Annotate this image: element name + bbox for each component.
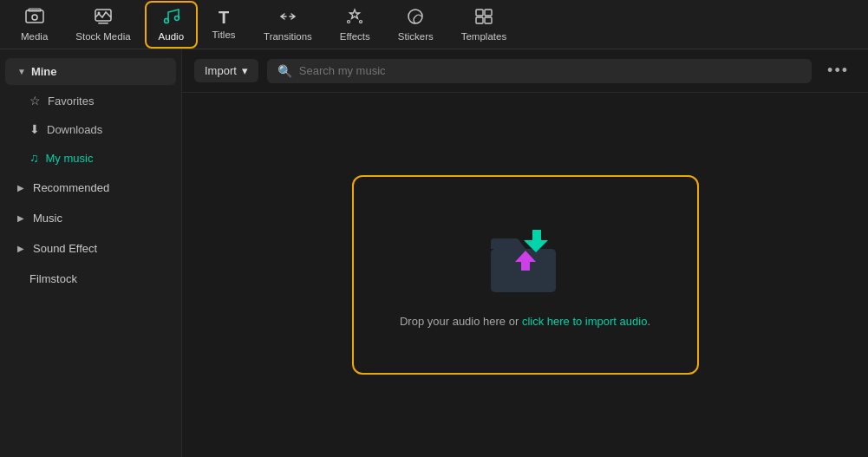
filmstock-label: Filmstock [29,272,77,285]
toolbar-item-transitions[interactable]: Transitions [250,1,326,49]
audio-icon [161,8,180,28]
main-layout: ▼ Mine ☆ Favorites ⬇ Downloads ♫ My musi… [0,49,868,457]
titles-icon: T [219,9,229,26]
svg-rect-14 [485,17,492,23]
search-icon: 🔍 [277,64,292,78]
sidebar-item-recommended[interactable]: ▶ Recommended [5,173,176,202]
toolbar: Media Stock Media Audio T Titles [0,0,868,49]
music-arrow-icon: ▶ [17,213,24,223]
import-dropdown-arrow-icon: ▾ [242,64,248,77]
my-music-icon: ♫ [29,151,39,165]
svg-point-2 [32,15,37,20]
toolbar-audio-label: Audio [159,31,184,42]
sidebar-item-filmstock[interactable]: Filmstock [5,264,176,293]
drop-zone-text: Drop your audio here or click here to im… [400,315,650,328]
stickers-icon [406,8,425,28]
toolbar-item-audio[interactable]: Audio [145,1,198,49]
templates-icon [474,8,493,28]
music-label: Music [33,212,62,225]
drop-zone-import-link[interactable]: click here to import audio [522,315,648,328]
sidebar: ▼ Mine ☆ Favorites ⬇ Downloads ♫ My musi… [0,49,182,457]
sidebar-mine-label: Mine [31,65,57,78]
import-label: Import [205,64,237,77]
content-header: Import ▾ 🔍 ••• [182,49,868,93]
more-options-button[interactable]: ••• [820,58,856,83]
effects-icon [345,8,364,28]
toolbar-titles-label: Titles [212,29,236,40]
drop-zone-text-after: . [647,315,650,328]
content-area: Import ▾ 🔍 ••• [182,49,868,457]
toolbar-item-stickers[interactable]: Stickers [384,1,447,49]
drop-zone-text-before: Drop your audio here or [400,315,522,328]
sidebar-item-downloads[interactable]: ⬇ Downloads [5,115,176,143]
sidebar-item-music[interactable]: ▶ Music [5,204,176,232]
drop-zone[interactable]: Drop your audio here or click here to im… [352,175,699,375]
toolbar-stickers-label: Stickers [398,31,434,42]
svg-point-4 [97,11,100,14]
my-music-label: My music [46,152,94,165]
svg-point-7 [175,16,179,20]
toolbar-item-templates[interactable]: Templates [447,1,520,49]
toolbar-effects-label: Effects [340,31,370,42]
favorites-label: Favorites [48,95,94,108]
toolbar-item-titles[interactable]: T Titles [198,2,250,47]
media-icon [25,8,44,28]
recommended-arrow-icon: ▶ [17,183,24,193]
svg-rect-11 [476,10,483,16]
sidebar-mine-section[interactable]: ▼ Mine [5,58,176,85]
search-input[interactable] [299,64,801,77]
sound-effect-arrow-icon: ▶ [17,244,24,253]
toolbar-item-stock-media[interactable]: Stock Media [62,1,144,49]
sidebar-item-sound-effect[interactable]: ▶ Sound Effect [5,234,176,263]
svg-point-8 [348,20,350,23]
toolbar-stock-label: Stock Media [75,31,130,42]
import-button[interactable]: Import ▾ [194,59,258,82]
svg-point-6 [165,18,169,23]
svg-rect-12 [485,10,492,16]
transitions-icon [277,8,298,28]
drop-zone-container: Drop your audio here or click here to im… [182,93,868,457]
sidebar-item-my-music[interactable]: ♫ My music [5,144,176,172]
mine-arrow-icon: ▼ [17,67,26,76]
toolbar-templates-label: Templates [461,31,506,42]
toolbar-item-media[interactable]: Media [7,1,62,49]
downloads-icon: ⬇ [29,122,40,136]
svg-rect-0 [26,10,43,23]
svg-rect-13 [476,17,483,23]
more-options-icon: ••• [827,62,849,80]
toolbar-transitions-label: Transitions [264,31,312,42]
favorites-icon: ☆ [29,94,41,108]
sound-effect-label: Sound Effect [33,242,97,255]
downloads-label: Downloads [47,123,102,136]
stock-media-icon [94,8,113,28]
search-bar[interactable]: 🔍 [267,59,812,83]
folder-illustration [482,223,569,301]
svg-rect-5 [98,23,108,24]
sidebar-item-favorites[interactable]: ☆ Favorites [5,87,176,114]
svg-point-9 [360,20,362,23]
recommended-label: Recommended [33,181,109,194]
toolbar-media-label: Media [21,31,48,42]
toolbar-item-effects[interactable]: Effects [326,1,384,49]
